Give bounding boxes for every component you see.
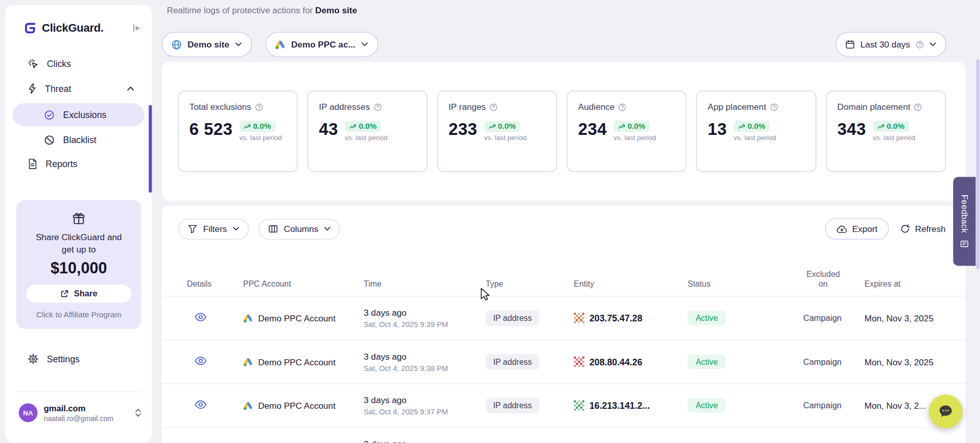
time-relative: 3 days ago (364, 439, 486, 443)
chevron-up-down-icon (134, 408, 142, 418)
divider (15, 391, 141, 392)
time-relative: 3 days ago (364, 395, 486, 406)
collapse-sidebar-icon[interactable] (132, 23, 142, 33)
delta-caption: vs. last period (873, 134, 915, 142)
stat-card-app-placement: App placement 13 0.0% vs. last period (697, 90, 816, 172)
main-content: Realtime logs of protective actions for … (162, 0, 966, 443)
time-absolute: Sat, Oct 4, 2025 9:38 PM (364, 364, 486, 372)
eye-icon[interactable] (195, 400, 207, 409)
help-icon[interactable] (374, 103, 382, 111)
table-row: Demo PPC Account 3 days ago Sat, Oct 4, … (162, 384, 966, 428)
eye-icon[interactable] (195, 356, 207, 365)
help-icon[interactable] (255, 103, 263, 111)
sidebar-scrollbar[interactable] (149, 105, 152, 193)
refresh-button-label: Refresh (915, 224, 946, 234)
identicon-icon (574, 313, 585, 323)
table-panel: Filters Columns (162, 206, 966, 443)
stat-label: App placement (708, 102, 766, 112)
columns-icon (268, 224, 278, 234)
nav-label-reports: Reports (45, 159, 77, 169)
sidebar-item-reports[interactable]: Reports (12, 151, 144, 176)
expires-at-value: Mon, Nov 3, 2025 (865, 357, 949, 367)
clickguard-logo-icon (24, 21, 38, 35)
feedback-icon (960, 240, 969, 248)
time-relative: 3 days ago (364, 351, 486, 362)
sidebar-item-threat[interactable]: Threat (12, 76, 144, 101)
google-ads-icon (275, 39, 285, 50)
stat-value: 233 (448, 120, 477, 139)
chevron-down-icon (324, 226, 330, 231)
table-row: 3 days ago (162, 428, 966, 443)
share-button[interactable]: Share (26, 285, 131, 302)
col-header-excluded-on: Excluded on (803, 270, 843, 289)
chevron-down-icon (232, 226, 239, 231)
stat-value: 234 (578, 120, 607, 139)
nav-label-settings: Settings (47, 354, 80, 364)
time-absolute: Sat, Oct 4, 2025 9:39 PM (364, 320, 486, 329)
chevron-up-icon[interactable] (127, 86, 134, 91)
col-header-status: Status (687, 279, 803, 288)
columns-button-label: Columns (284, 224, 319, 234)
site-selector[interactable]: Demo site (162, 32, 252, 57)
expires-at-value: Mon, Nov 3, 2025 (865, 313, 949, 323)
sidebar-item-settings[interactable]: Settings (12, 346, 144, 371)
google-ads-icon (243, 313, 253, 323)
sidebar-header: ClickGuard. (5, 5, 152, 35)
filters-button[interactable]: Filters (178, 219, 249, 239)
clickguard-logo: ClickGuard. (24, 21, 104, 35)
account-name: Demo PPC Account (258, 357, 335, 367)
refresh-button[interactable]: Refresh (900, 224, 945, 234)
sidebar-item-clicks[interactable]: Clicks (12, 51, 144, 76)
site-selector-label: Demo site (187, 39, 229, 50)
stats-panel: Total exclusions 6 523 0.0% vs. last per… (162, 62, 966, 201)
promo-text: Share ClickGuard and get up to (32, 231, 126, 256)
help-icon[interactable] (490, 103, 498, 111)
excluded-on-value: Campaign (803, 357, 865, 366)
affiliate-promo-card[interactable]: Share ClickGuard and get up to $10,000 S… (16, 200, 141, 329)
col-header-details: Details (187, 279, 243, 288)
user-name: gmail.com (44, 404, 113, 413)
subtitle-site-name: Demo site (315, 5, 357, 15)
chat-launcher-button[interactable] (929, 394, 963, 428)
export-button-label: Export (852, 224, 878, 234)
account-selector[interactable]: Demo PPC ac... (266, 32, 378, 57)
feedback-tab-label: Feedback (960, 194, 969, 232)
toolbar-right: Export Refresh (825, 218, 946, 240)
account-selector-label: Demo PPC ac... (291, 39, 355, 50)
stat-value: 43 (319, 120, 339, 139)
delta-caption: vs. last period (240, 134, 282, 142)
funnel-icon (187, 224, 198, 234)
page-scrollbar[interactable] (976, 59, 979, 269)
excluded-on-value: Campaign (803, 401, 865, 410)
refresh-icon (900, 224, 910, 234)
delta-badge: 0.0% (873, 121, 909, 132)
user-menu[interactable]: NA gmail.com naatali.ro@gmail.com (12, 399, 146, 427)
delta-badge: 0.0% (614, 121, 650, 132)
columns-button[interactable]: Columns (259, 219, 340, 239)
feedback-tab[interactable]: Feedback (953, 177, 975, 266)
external-link-icon (60, 289, 69, 298)
user-meta: gmail.com naatali.ro@gmail.com (44, 404, 113, 422)
sidebar-item-exclusions[interactable]: Exclusions (12, 103, 144, 126)
col-header-time: Time (364, 279, 486, 288)
help-icon[interactable] (618, 103, 627, 111)
affiliate-link[interactable]: Click to Affiliate Program (36, 310, 121, 319)
entity-value: 203.75.47.28 (589, 313, 642, 323)
export-button[interactable]: Export (825, 218, 889, 240)
date-range-selector[interactable]: Last 30 days (835, 32, 946, 57)
help-icon[interactable] (770, 103, 778, 111)
eye-icon[interactable] (195, 312, 207, 321)
table-toolbar: Filters Columns (162, 218, 966, 240)
help-icon[interactable] (914, 103, 922, 111)
help-icon[interactable] (916, 40, 924, 49)
sidebar-item-blacklist[interactable]: Blacklist (12, 128, 144, 151)
app: ClickGuard. Clicks (0, 0, 980, 443)
delta-badge: 0.0% (345, 121, 381, 132)
stat-label: IP addresses (319, 102, 370, 112)
time-absolute: Sat, Oct 4, 2025 9:37 PM (364, 407, 486, 416)
date-range-label: Last 30 days (861, 39, 910, 50)
cursor-click-icon (28, 58, 39, 69)
nav-label-clicks: Clicks (47, 59, 71, 69)
stat-card-audience: Audience 234 0.0% vs. last period (567, 90, 686, 172)
avatar: NA (19, 403, 38, 422)
